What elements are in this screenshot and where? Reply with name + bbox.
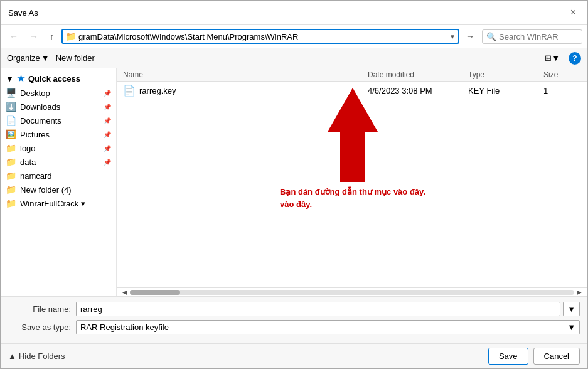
save-as-dialog: Save As × ← → ↑ 📁 ▼ → 🔍 Organize ▼ New f… xyxy=(0,0,588,369)
back-button[interactable]: ← xyxy=(6,29,22,44)
help-button[interactable]: ? xyxy=(569,52,581,65)
view-button[interactable]: ⊞▼ xyxy=(541,51,564,65)
sidebar-desktop-label: Desktop xyxy=(20,88,100,98)
sidebar-item-new-folder-4[interactable]: 📁 New folder (4) xyxy=(1,183,116,196)
sidebar-item-desktop[interactable]: 🖥️ Desktop 📌 xyxy=(1,86,116,100)
quick-access-section[interactable]: ▼ ★ Quick access xyxy=(1,71,116,86)
dialog-title: Save As xyxy=(8,8,38,18)
hide-folders-label: Hide Folders xyxy=(19,351,65,361)
annotation-arrow xyxy=(324,88,381,182)
file-name-dropdown-button[interactable]: ▼ xyxy=(563,302,580,316)
col-name[interactable]: Name xyxy=(123,70,368,79)
winrar-folder-icon: 📁 xyxy=(6,198,17,208)
search-input[interactable] xyxy=(499,32,574,41)
namcard-folder-icon: 📁 xyxy=(6,171,17,181)
sidebar-item-documents[interactable]: 📄 Documents 📌 xyxy=(1,114,116,127)
search-icon: 🔍 xyxy=(486,32,496,41)
organize-chevron-icon: ▼ xyxy=(41,53,50,63)
sidebar-data-label: data xyxy=(20,158,100,167)
sidebar-item-downloads[interactable]: ⬇️ Downloads 📌 xyxy=(1,100,116,114)
pin-icon-documents: 📌 xyxy=(104,117,111,124)
scroll-left-button[interactable]: ◀ xyxy=(120,289,130,296)
organize-label: Organize xyxy=(7,53,40,63)
col-size: Size xyxy=(543,70,581,79)
content-header: Name Date modified Type Size xyxy=(117,68,587,82)
sidebar-item-winrar-full-crack[interactable]: 📁 WinrarFullCrack ▾ xyxy=(1,196,116,210)
sidebar-item-data[interactable]: 📁 data 📌 xyxy=(1,155,116,169)
table-row[interactable]: 📄 rarreg.key 4/6/2023 3:08 PM KEY File 1 xyxy=(117,83,587,99)
quick-access-chevron-icon: ▼ xyxy=(6,74,14,83)
footer: ▲ Hide Folders Save Cancel xyxy=(1,343,587,368)
pin-icon-downloads: 📌 xyxy=(104,104,111,110)
pin-icon-pictures: 📌 xyxy=(104,131,111,138)
sidebar-item-pictures[interactable]: 🖼️ Pictures 📌 xyxy=(1,127,116,141)
hide-folders-button[interactable]: ▲ Hide Folders xyxy=(8,351,65,361)
cancel-button[interactable]: Cancel xyxy=(533,348,580,365)
address-dropdown-button[interactable]: ▼ xyxy=(449,33,456,40)
save-as-type-label: Save as type: xyxy=(8,323,71,332)
file-name-text: rarreg.key xyxy=(139,86,176,95)
scrollbar-track[interactable] xyxy=(130,290,574,295)
sidebar-logo-label: logo xyxy=(20,144,100,153)
organize-bar: Organize ▼ New folder ⊞▼ ? xyxy=(1,48,587,68)
file-name-label: File name: xyxy=(8,304,71,314)
svg-marker-0 xyxy=(328,88,378,182)
forward-button[interactable]: → xyxy=(26,29,42,44)
file-name-input[interactable] xyxy=(76,302,560,316)
navigate-button[interactable]: → xyxy=(462,29,478,44)
footer-buttons: Save Cancel xyxy=(488,348,580,365)
file-date: 4/6/2023 3:08 PM xyxy=(368,86,468,95)
pin-icon-desktop: 📌 xyxy=(104,90,111,97)
save-as-type-value: RAR Registration keyfile xyxy=(80,323,169,332)
organize-right: ⊞▼ ? xyxy=(541,51,581,65)
scroll-right-button[interactable]: ▶ xyxy=(574,289,584,296)
toolbar: ← → ↑ 📁 ▼ → 🔍 xyxy=(1,25,587,48)
documents-icon: 📄 xyxy=(6,115,17,126)
sidebar-namcard-label: namcard xyxy=(20,171,111,181)
file-list: 📄 rarreg.key 4/6/2023 3:08 PM KEY File 1… xyxy=(117,82,587,287)
col-date: Date modified xyxy=(368,70,468,79)
col-type: Type xyxy=(468,70,543,79)
sidebar-item-logo[interactable]: 📁 logo 📌 xyxy=(1,141,116,155)
pictures-icon: 🖼️ xyxy=(6,129,17,139)
logo-folder-icon: 📁 xyxy=(6,143,17,153)
sidebar-item-namcard[interactable]: 📁 namcard xyxy=(1,169,116,183)
desktop-icon: 🖥️ xyxy=(6,88,17,98)
main-area: ▼ ★ Quick access 🖥️ Desktop 📌 ⬇️ Downloa… xyxy=(1,68,587,296)
sidebar-documents-label: Documents xyxy=(20,116,100,126)
save-button[interactable]: Save xyxy=(488,348,528,365)
pin-icon-logo: 📌 xyxy=(104,145,111,152)
data-folder-icon: 📁 xyxy=(6,157,17,167)
file-type: KEY File xyxy=(468,86,543,95)
pin-icon-data: 📌 xyxy=(104,159,111,166)
annotation-text: Bạn dán đường dẫn thư mục vào đây. vào đ… xyxy=(280,186,425,210)
sidebar-downloads-label: Downloads xyxy=(20,102,100,112)
sidebar: ▼ ★ Quick access 🖥️ Desktop 📌 ⬇️ Downloa… xyxy=(1,68,117,296)
folder-icon: 📁 xyxy=(65,31,76,41)
sidebar-winrar-label: WinrarFullCrack ▾ xyxy=(20,199,111,208)
quick-access-label: Quick access xyxy=(28,74,80,83)
file-size: 1 xyxy=(543,86,581,95)
file-name-row: File name: ▼ xyxy=(8,302,580,316)
downloads-icon: ⬇️ xyxy=(6,102,17,112)
address-input[interactable] xyxy=(78,32,447,41)
save-as-type-chevron-icon: ▼ xyxy=(567,323,575,332)
chevron-up-icon: ▲ xyxy=(8,351,16,361)
scrollbar-thumb[interactable] xyxy=(130,290,180,295)
sidebar-new-folder-4-label: New folder (4) xyxy=(20,185,111,195)
up-button[interactable]: ↑ xyxy=(46,29,58,44)
search-box[interactable]: 🔍 xyxy=(482,29,582,44)
address-bar[interactable]: 📁 ▼ xyxy=(61,29,459,44)
title-bar: Save As × xyxy=(1,1,587,25)
file-icon: 📄 xyxy=(123,85,136,97)
file-name-cell: 📄 rarreg.key xyxy=(123,85,368,97)
bottom-form: File name: ▼ Save as type: RAR Registrat… xyxy=(1,296,587,343)
save-as-type-select[interactable]: RAR Registration keyfile ▼ xyxy=(76,320,580,334)
close-button[interactable]: × xyxy=(567,6,580,19)
organize-button[interactable]: Organize ▼ xyxy=(7,53,50,63)
address-bar-wrapper: 📁 ▼ → xyxy=(61,29,478,44)
sidebar-pictures-label: Pictures xyxy=(20,130,100,139)
annotation: Bạn dán đường dẫn thư mục vào đây. vào đ… xyxy=(280,88,425,210)
quick-access-star-icon: ★ xyxy=(17,73,25,83)
new-folder-button[interactable]: New folder xyxy=(56,53,95,63)
